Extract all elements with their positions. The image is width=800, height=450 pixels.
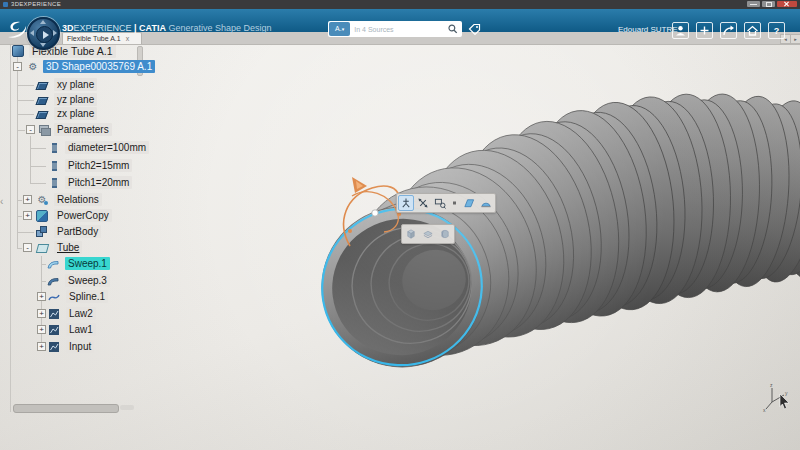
tree-label[interactable]: Tube: [54, 241, 82, 254]
os-title: 3DEXPERIENCE: [11, 1, 61, 7]
tree-item-diameter-100mm[interactable]: diameter=100mm: [0, 141, 170, 155]
tree-label[interactable]: yz plane: [54, 93, 97, 106]
tree-label[interactable]: Law1: [66, 323, 96, 336]
user-name[interactable]: Edouard SUTRE: [618, 25, 678, 34]
tree-label[interactable]: Pitch2=15mm: [65, 159, 132, 172]
collapse-icon[interactable]: -: [26, 125, 35, 134]
3ds-logo-icon: [6, 20, 28, 39]
tree-item-flexible-tube-a-1[interactable]: Flexible Tube A.1: [0, 44, 170, 58]
specification-tree: Flexible Tube A.1-⚙3D Shape00035769 A.1x…: [0, 0, 170, 450]
app-name: Generative Shape Design: [166, 23, 272, 33]
compass-center[interactable]: [36, 26, 53, 43]
mouse-cursor-icon: [780, 394, 789, 409]
tree-item-parameters[interactable]: -Parameters: [0, 123, 170, 137]
expand-icon[interactable]: +: [37, 292, 46, 301]
os-title-bar: 3DEXPERIENCE: [0, 0, 800, 9]
play-icon: [43, 31, 49, 39]
tree-label[interactable]: Sweep.1: [65, 257, 110, 270]
tab-flexible-tube[interactable]: Flexible Tube A.1 x: [62, 32, 142, 44]
dome-icon[interactable]: [478, 195, 494, 211]
brand-experience: EXPERIENCE: [74, 23, 132, 33]
close-icon[interactable]: [777, 1, 797, 7]
tree-item-zx-plane[interactable]: zx plane: [0, 107, 170, 121]
3d-viewport[interactable]: ‹ Flexible Tube A.1-⚙3D Shape00035769 A.…: [0, 44, 800, 450]
app-header-bar: 3DEXPERIENCE | CATIA Generative Shape De…: [0, 9, 800, 32]
share-icon[interactable]: [720, 22, 737, 39]
tree-item-xy-plane[interactable]: xy plane: [0, 78, 170, 92]
tab-scroll-right-icon[interactable]: ▸: [790, 34, 800, 44]
compass-west-icon[interactable]: [30, 30, 34, 36]
tree-item-yz-plane[interactable]: yz plane: [0, 93, 170, 107]
tree-item-relations[interactable]: +⚙Relations: [0, 193, 170, 207]
snap-icon[interactable]: [415, 195, 431, 211]
global-search[interactable]: A.▾: [328, 21, 462, 37]
collapse-icon[interactable]: -: [13, 62, 22, 71]
tree-label[interactable]: PartBody: [54, 225, 101, 238]
tag-icon[interactable]: [468, 23, 481, 36]
collapse-icon[interactable]: -: [23, 243, 32, 252]
search-input[interactable]: [351, 26, 448, 33]
cube-turn-icon[interactable]: [437, 226, 453, 242]
brand-3d: 3D: [62, 23, 74, 33]
tree-label[interactable]: PowerCopy: [54, 209, 112, 222]
search-icon[interactable]: [448, 24, 458, 34]
tree-label[interactable]: Spline.1: [66, 290, 108, 303]
help-icon[interactable]: ?: [768, 22, 785, 39]
tree-item-sweep-3[interactable]: Sweep.3: [0, 274, 170, 288]
triad-y-label: y: [785, 390, 788, 396]
compass-north-icon[interactable]: [40, 20, 46, 24]
cube-iso-icon[interactable]: [403, 226, 419, 242]
plane-icon[interactable]: [461, 195, 477, 211]
tree-label[interactable]: Pitch1=20mm: [65, 176, 132, 189]
tree-item-partbody[interactable]: PartBody: [0, 225, 170, 239]
context-toolbar: [396, 193, 496, 213]
tree-item-input[interactable]: +Input: [0, 340, 170, 354]
tree-item-powercopy[interactable]: +PowerCopy: [0, 209, 170, 223]
tree-item-sweep-1[interactable]: Sweep.1: [0, 257, 170, 271]
compass-south-icon[interactable]: [40, 43, 46, 47]
triad-x-label: x: [763, 407, 766, 413]
expand-icon[interactable]: +: [37, 342, 46, 351]
expand-icon[interactable]: +: [23, 195, 32, 204]
brand-catia: CATIA: [139, 23, 166, 33]
triad-z-label: z: [770, 382, 773, 388]
compass-east-icon[interactable]: [53, 30, 57, 36]
person-icon[interactable]: [672, 22, 689, 39]
axis-triad-and-cursor: z y x: [762, 382, 796, 414]
minimize-icon[interactable]: [747, 1, 760, 7]
app-title: 3DEXPERIENCE | CATIA Generative Shape De…: [62, 23, 272, 33]
tree-item-law1[interactable]: +Law1: [0, 323, 170, 337]
expand-icon[interactable]: +: [23, 211, 32, 220]
3dexperience-compass[interactable]: [27, 17, 60, 50]
tree-item-3d-shape00035769-a-1[interactable]: -⚙3D Shape00035769 A.1: [0, 60, 170, 74]
tree-label[interactable]: Law2: [66, 307, 96, 320]
tree-item-pitch1-20mm[interactable]: Pitch1=20mm: [0, 176, 170, 190]
tree-label[interactable]: Sweep.3: [65, 274, 110, 287]
search-scope-dropdown[interactable]: A.▾: [329, 22, 350, 36]
context-mini-toolbar: [401, 224, 455, 244]
tree-item-spline-1[interactable]: +Spline.1: [0, 290, 170, 304]
catia-3dexperience-window: 3DEXPERIENCE 3DEXPERIENCE | CATIA Genera…: [0, 0, 800, 450]
expand-icon[interactable]: +: [37, 309, 46, 318]
tree-label[interactable]: Input: [66, 340, 94, 353]
plus-icon[interactable]: [696, 22, 713, 39]
restore-icon[interactable]: [762, 1, 775, 7]
tree-item-tube[interactable]: -Tube: [0, 241, 170, 255]
tree-item-law2[interactable]: +Law2: [0, 307, 170, 321]
app-icon: [3, 2, 8, 7]
point-icon[interactable]: [449, 195, 460, 211]
brand-pipe: |: [132, 23, 140, 33]
tab-close-icon[interactable]: x: [126, 35, 130, 42]
tree-label[interactable]: zx plane: [54, 107, 97, 120]
cube-flat-icon[interactable]: [420, 226, 436, 242]
pick-box-icon[interactable]: [432, 195, 448, 211]
tree-label[interactable]: 3D Shape00035769 A.1: [43, 60, 155, 73]
tree-label[interactable]: Parameters: [54, 123, 112, 136]
robot-icon[interactable]: [398, 195, 414, 211]
expand-icon[interactable]: +: [37, 325, 46, 334]
tree-item-pitch2-15mm[interactable]: Pitch2=15mm: [0, 159, 170, 173]
tree-label[interactable]: diameter=100mm: [65, 141, 149, 154]
tree-label[interactable]: Relations: [54, 193, 102, 206]
tree-label[interactable]: xy plane: [54, 78, 97, 91]
home-icon[interactable]: [744, 22, 761, 39]
